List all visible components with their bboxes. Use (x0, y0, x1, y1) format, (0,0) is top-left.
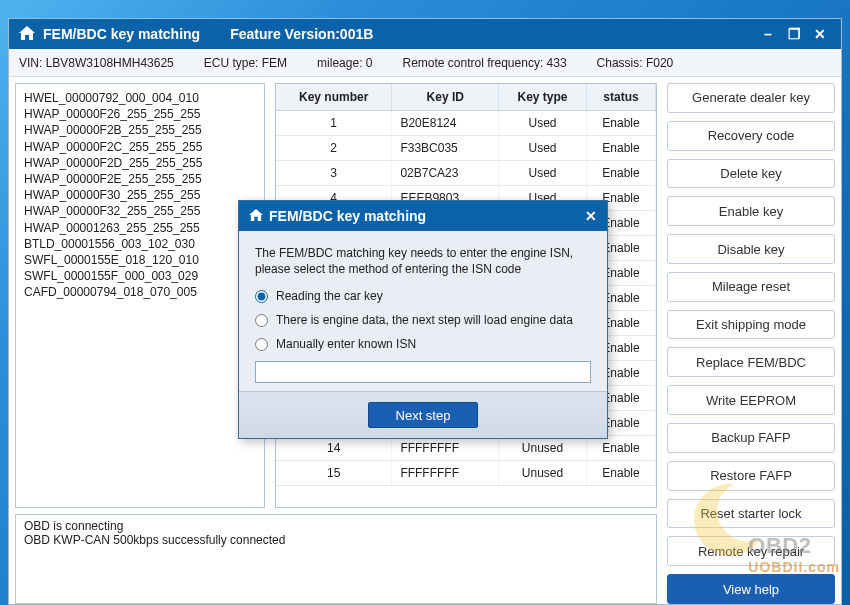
cell-key-id: FFFFFFFF (392, 461, 499, 486)
modal-titlebar: FEM/BDC key matching ✕ (239, 201, 607, 231)
home-icon (19, 26, 35, 43)
isn-input[interactable] (255, 361, 591, 383)
table-row[interactable]: 15FFFFFFFFUnusedEnable (276, 461, 656, 486)
cell-key-number: 1 (276, 111, 392, 136)
reset-starter-lock-button[interactable]: Reset starter lock (667, 499, 835, 529)
cell-status: Enable (586, 111, 655, 136)
replace-fem-bdc-button[interactable]: Replace FEM/BDC (667, 347, 835, 377)
cell-key-type: Used (499, 136, 587, 161)
table-row[interactable]: 1B20E8124UsedEnable (276, 111, 656, 136)
disable-key-button[interactable]: Disable key (667, 234, 835, 264)
minimize-button[interactable]: – (757, 23, 779, 45)
cell-key-type: Used (499, 161, 587, 186)
next-step-button[interactable]: Next step (368, 402, 478, 428)
table-row[interactable]: 302B7CA23UsedEnable (276, 161, 656, 186)
titlebar: FEM/BDC key matching Feature Version:001… (9, 19, 841, 49)
list-item[interactable]: HWAP_00001263_255_255_255 (24, 220, 256, 236)
ecu-label: ECU type: FEM (204, 56, 287, 70)
list-item[interactable]: HWAP_00000F2D_255_255_255 (24, 155, 256, 171)
list-item[interactable]: SWFL_0000155E_018_120_010 (24, 252, 256, 268)
cell-key-number: 3 (276, 161, 392, 186)
cell-status: Enable (586, 161, 655, 186)
col-key-id: Key ID (392, 84, 499, 111)
list-item[interactable]: BTLD_00001556_003_102_030 (24, 236, 256, 252)
maximize-button[interactable]: ❐ (783, 23, 805, 45)
list-item[interactable]: HWAP_00000F32_255_255_255 (24, 203, 256, 219)
radio-read-car-key[interactable]: Reading the car key (255, 289, 591, 303)
cell-status: Enable (586, 136, 655, 161)
list-item[interactable]: HWAP_00000F2B_255_255_255 (24, 122, 256, 138)
log-output: OBD is connecting OBD KWP-CAN 500kbps su… (15, 514, 657, 604)
cell-key-type: Used (499, 111, 587, 136)
home-icon (249, 208, 263, 224)
radio-engine-data[interactable]: There is engine data, the next step will… (255, 313, 591, 327)
backup-fafp-button[interactable]: Backup FAFP (667, 423, 835, 453)
isn-modal: FEM/BDC key matching ✕ The FEM/BDC match… (238, 200, 608, 439)
radio-read-car-key-input[interactable] (255, 290, 268, 303)
radio-manual-isn[interactable]: Manually enter known ISN (255, 337, 591, 351)
app-title: FEM/BDC key matching (43, 26, 200, 42)
list-item[interactable]: HWAP_00000F26_255_255_255 (24, 106, 256, 122)
cell-status: Enable (586, 461, 655, 486)
enable-key-button[interactable]: Enable key (667, 196, 835, 226)
modal-title: FEM/BDC key matching (269, 208, 426, 224)
module-list[interactable]: HWEL_00000792_000_004_010HWAP_00000F26_2… (15, 83, 265, 508)
cell-key-id: B20E8124 (392, 111, 499, 136)
action-panel: Generate dealer keyRecovery codeDelete k… (667, 83, 835, 604)
cell-key-number: 2 (276, 136, 392, 161)
list-item[interactable]: HWEL_00000792_000_004_010 (24, 90, 256, 106)
remote-key-repair-button[interactable]: Remote key repair (667, 536, 835, 566)
radio-engine-data-input[interactable] (255, 314, 268, 327)
feature-version: Feature Version:001B (230, 26, 373, 42)
col-status: status (586, 84, 655, 111)
generate-dealer-key-button[interactable]: Generate dealer key (667, 83, 835, 113)
cell-key-id: 02B7CA23 (392, 161, 499, 186)
mileage-reset-button[interactable]: Mileage reset (667, 272, 835, 302)
exit-shipping-mode-button[interactable]: Exit shipping mode (667, 310, 835, 340)
list-item[interactable]: SWFL_0000155F_000_003_029 (24, 268, 256, 284)
close-button[interactable]: ✕ (809, 23, 831, 45)
mileage-label: mileage: 0 (317, 56, 372, 70)
view-help-button[interactable]: View help (667, 574, 835, 604)
freq-label: Remote control frequency: 433 (402, 56, 566, 70)
info-bar: VIN: LBV8W3108HMH43625 ECU type: FEM mil… (9, 49, 841, 77)
log-line: OBD is connecting (24, 519, 648, 533)
modal-message: The FEM/BDC matching key needs to enter … (255, 245, 591, 277)
list-item[interactable]: HWAP_00000F30_255_255_255 (24, 187, 256, 203)
list-item[interactable]: HWAP_00000F2C_255_255_255 (24, 139, 256, 155)
vin-label: VIN: LBV8W3108HMH43625 (19, 56, 174, 70)
radio-manual-isn-input[interactable] (255, 338, 268, 351)
cell-key-id: F33BC035 (392, 136, 499, 161)
recovery-code-button[interactable]: Recovery code (667, 121, 835, 151)
table-row[interactable]: 2F33BC035UsedEnable (276, 136, 656, 161)
delete-key-button[interactable]: Delete key (667, 159, 835, 189)
col-key-type: Key type (499, 84, 587, 111)
list-item[interactable]: HWAP_00000F2E_255_255_255 (24, 171, 256, 187)
modal-close-button[interactable]: ✕ (585, 208, 597, 224)
restore-fafp-button[interactable]: Restore FAFP (667, 461, 835, 491)
col-key-number: Key number (276, 84, 392, 111)
list-item[interactable]: CAFD_00000794_018_070_005 (24, 284, 256, 300)
log-line: OBD KWP-CAN 500kbps successfully connect… (24, 533, 648, 547)
chassis-label: Chassis: F020 (597, 56, 674, 70)
cell-key-number: 15 (276, 461, 392, 486)
cell-key-type: Unused (499, 461, 587, 486)
write-eeprom-button[interactable]: Write EEPROM (667, 385, 835, 415)
